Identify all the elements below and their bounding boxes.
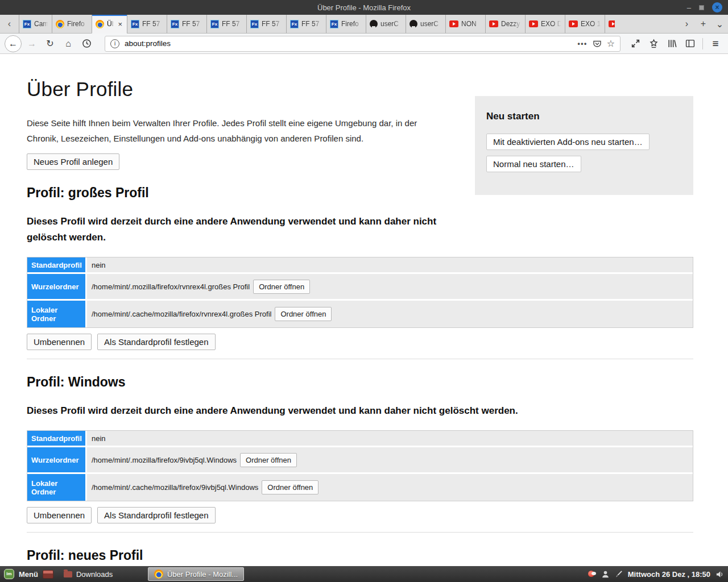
- profile-section-grosses-profil: Profil: großes Profil Dieses Profil wird…: [27, 185, 693, 359]
- table-row: Wurzelordner /home/mint/.mozilla/firefox…: [27, 447, 693, 474]
- taskbar-clock[interactable]: Mittwoch 26 Dez , 18:50: [628, 570, 710, 579]
- tab-label: FF 57: [262, 20, 283, 28]
- profile-section-neues-profil: Profil: neues Profil Dieses Profil wird …: [27, 548, 693, 566]
- tab-ueber-profile-active[interactable]: Üb ×: [92, 15, 127, 34]
- rename-button[interactable]: Umbenennen: [27, 334, 92, 350]
- profile-heading: Profil: neues Profil: [27, 548, 693, 563]
- restart-addons-disabled-button[interactable]: Mit deaktivierten Add-ons neu starten…: [486, 134, 650, 150]
- page-actions-icon[interactable]: •••: [578, 40, 588, 48]
- tab-label: Camp: [34, 20, 48, 28]
- root-folder-path: /home/mint/.mozilla/firefox/9ivbj5ql.Win…: [92, 456, 237, 464]
- tab-ff57-2[interactable]: FF 57: [167, 15, 206, 33]
- section-divider: [27, 532, 693, 533]
- user-applet-icon[interactable]: [601, 570, 610, 579]
- local-folder-path: /home/mint/.cache/mozilla/firefox/rvnrex…: [92, 310, 271, 318]
- table-row: Standardprofil nein: [27, 257, 693, 274]
- tab-ff57-4[interactable]: FF 57: [246, 15, 286, 33]
- intro-text: Diese Seite hilft Ihnen beim Verwalten I…: [27, 115, 450, 146]
- bookmarks-menu-icon[interactable]: [646, 39, 661, 48]
- minimize-icon[interactable]: –: [687, 4, 691, 11]
- window-button-label: Über Profile - Mozill...: [167, 570, 238, 579]
- row-label: Standardprofil: [27, 257, 87, 272]
- restart-box: Neu starten Mit deaktivierten Add-ons ne…: [475, 96, 693, 195]
- profile-in-use-warning: Dieses Profil wird derzeit durch eine an…: [27, 214, 454, 246]
- profile-in-use-warning: Dieses Profil wird derzeit durch eine an…: [27, 403, 693, 419]
- restart-box-title: Neu starten: [486, 111, 682, 122]
- home-icon[interactable]: ⌂: [60, 39, 76, 49]
- tab-scroll-right-icon[interactable]: ›: [679, 15, 695, 33]
- youtube-favicon-icon: [489, 20, 498, 27]
- tab-scroll-left-icon[interactable]: ‹: [0, 15, 19, 33]
- row-value: nein: [87, 257, 693, 272]
- rename-button[interactable]: Umbenennen: [27, 507, 92, 523]
- firefox-favicon-icon: [56, 20, 64, 28]
- mint-menu-button[interactable]: Menü: [4, 569, 38, 579]
- fx-favicon-icon: [290, 20, 299, 28]
- open-folder-button[interactable]: Ordner öffnen: [262, 480, 318, 494]
- fx-favicon-icon: [250, 20, 259, 28]
- tab-dropdown-icon[interactable]: ⌄: [712, 15, 728, 33]
- row-label: Wurzelordner: [27, 447, 87, 472]
- pocket-icon[interactable]: [593, 39, 602, 48]
- tab-firefox[interactable]: Firefo: [52, 15, 92, 33]
- sidebar-icon[interactable]: [682, 39, 698, 48]
- history-icon[interactable]: [78, 39, 94, 48]
- notification-icon[interactable]: [588, 570, 596, 578]
- row-value: /home/mint/.mozilla/firefox/rvnrex4l.gro…: [87, 274, 693, 299]
- row-label: Standardprofil: [27, 431, 87, 446]
- tab-youtube-exo-d[interactable]: EXO D: [525, 15, 565, 33]
- create-profile-button[interactable]: Neues Profil anlegen: [27, 153, 119, 170]
- info-icon[interactable]: i: [110, 39, 119, 48]
- url-text[interactable]: about:profiles: [125, 39, 573, 48]
- window-title: Über Profile - Mozilla Firefox: [0, 3, 728, 12]
- tab-youtube-exo-1[interactable]: EXO 1: [565, 15, 605, 33]
- tab-label: Üb: [107, 20, 114, 28]
- taskbar-window-firefox[interactable]: Über Profile - Mozill...: [148, 567, 244, 581]
- folder-icon: [64, 571, 72, 577]
- tablet-pen-icon[interactable]: [615, 570, 623, 578]
- tab-ff57-5[interactable]: FF 57: [286, 15, 326, 33]
- row-value: /home/mint/.cache/mozilla/firefox/9ivbj5…: [87, 474, 693, 501]
- tab-ff57-3[interactable]: FF 57: [206, 15, 246, 33]
- volume-icon[interactable]: [715, 570, 724, 579]
- close-icon[interactable]: ×: [712, 2, 722, 13]
- profile-actions: Umbenennen Als Standardprofil festlegen: [27, 334, 693, 350]
- tab-youtube-partial[interactable]: [605, 15, 615, 33]
- tab-close-icon[interactable]: ×: [117, 20, 123, 28]
- tab-github-1[interactable]: userC: [366, 15, 406, 33]
- bookmark-star-icon[interactable]: ☆: [607, 39, 615, 48]
- open-folder-button[interactable]: Ordner öffnen: [275, 307, 332, 321]
- forward-icon[interactable]: →: [24, 39, 40, 49]
- tab-github-2[interactable]: userC: [406, 15, 445, 33]
- profile-actions: Umbenennen Als Standardprofil festlegen: [27, 507, 693, 523]
- restart-normal-button[interactable]: Normal neu starten…: [486, 156, 581, 172]
- tab-label: FF 57: [142, 20, 163, 28]
- url-bar[interactable]: i about:profiles ••• ☆: [105, 36, 621, 52]
- system-tray: Mittwoch 26 Dez , 18:50: [588, 570, 724, 579]
- mint-logo-icon: [4, 569, 14, 579]
- new-tab-icon[interactable]: +: [695, 15, 712, 33]
- set-default-button[interactable]: Als Standardprofil festlegen: [97, 334, 215, 350]
- row-value: /home/mint/.mozilla/firefox/9ivbj5ql.Win…: [87, 447, 693, 472]
- tab-youtube-dezzy[interactable]: Dezzy: [485, 15, 525, 33]
- maximize-icon[interactable]: [699, 5, 704, 10]
- show-desktop-icon[interactable]: [43, 570, 53, 579]
- tab-label: userC: [420, 20, 442, 28]
- tab-label: FF 57: [222, 20, 243, 28]
- tab-youtube-non[interactable]: NON: [445, 15, 485, 33]
- profile-table: Standardprofil nein Wurzelordner /home/m…: [27, 430, 693, 501]
- library-icon[interactable]: [664, 39, 680, 48]
- tab-ff57-1[interactable]: FF 57: [127, 15, 167, 33]
- reload-icon[interactable]: ↻: [42, 38, 58, 49]
- back-icon[interactable]: ←: [5, 35, 22, 52]
- tab-camp[interactable]: Camp: [19, 15, 52, 33]
- youtube-favicon-icon: [569, 20, 578, 27]
- open-folder-button[interactable]: Ordner öffnen: [253, 280, 310, 294]
- open-folder-button[interactable]: Ordner öffnen: [240, 453, 297, 467]
- tab-firefox-2[interactable]: Firefo: [326, 15, 366, 33]
- taskbar-window-downloads[interactable]: Downloads: [58, 567, 143, 581]
- set-default-button[interactable]: Als Standardprofil festlegen: [97, 507, 215, 523]
- table-row: Standardprofil nein: [27, 431, 693, 447]
- fullscreen-icon[interactable]: [627, 39, 643, 48]
- menu-icon[interactable]: ≡: [708, 38, 723, 50]
